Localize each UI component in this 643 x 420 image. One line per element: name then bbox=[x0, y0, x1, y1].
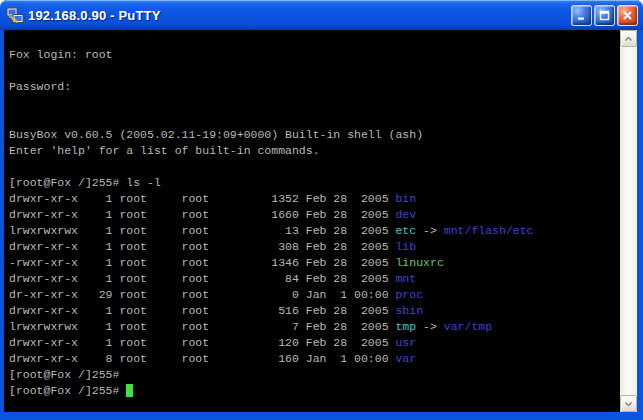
close-button[interactable] bbox=[617, 5, 638, 26]
terminal-line bbox=[9, 159, 620, 175]
putty-window: 192.168.0.90 - PuTTY Fox login: rootPas bbox=[0, 0, 643, 420]
window-title: 192.168.0.90 - PuTTY bbox=[28, 8, 571, 23]
terminal-line: drwxr-xr-x 1 root root 516 Feb 28 2005 s… bbox=[9, 303, 620, 319]
window-body: Fox login: rootPassword:BusyBox v0.60.5 … bbox=[0, 30, 643, 416]
terminal-screen[interactable]: Fox login: rootPassword:BusyBox v0.60.5 … bbox=[4, 30, 620, 412]
close-icon bbox=[622, 10, 633, 21]
vertical-scrollbar[interactable] bbox=[620, 30, 637, 412]
scroll-up-button[interactable] bbox=[620, 30, 637, 47]
terminal-line: [root@Fox /]255# bbox=[9, 367, 620, 383]
terminal-line bbox=[9, 111, 620, 127]
terminal-line: drwxr-xr-x 1 root root 1660 Feb 28 2005 … bbox=[9, 207, 620, 223]
terminal-line bbox=[9, 63, 620, 79]
terminal-line: drwxr-xr-x 1 root root 1352 Feb 28 2005 … bbox=[9, 191, 620, 207]
minimize-icon bbox=[576, 10, 587, 21]
window-controls bbox=[571, 5, 638, 26]
terminal-line: Fox login: root bbox=[9, 47, 620, 63]
maximize-button[interactable] bbox=[594, 5, 615, 26]
chevron-down-icon bbox=[624, 401, 633, 407]
terminal-line: lrwxrwxrwx 1 root root 13 Feb 28 2005 et… bbox=[9, 223, 620, 239]
putty-icon[interactable] bbox=[6, 7, 24, 24]
minimize-button[interactable] bbox=[571, 5, 592, 26]
terminal-line: [root@Fox /]255# ls -l bbox=[9, 175, 620, 191]
title-bar[interactable]: 192.168.0.90 - PuTTY bbox=[0, 0, 643, 30]
terminal-line: Enter 'help' for a list of built-in comm… bbox=[9, 143, 620, 159]
terminal-line: [root@Fox /]255# bbox=[9, 383, 620, 399]
terminal-line: drwxr-xr-x 8 root root 160 Jan 1 00:00 v… bbox=[9, 351, 620, 367]
terminal-line: lrwxrwxrwx 1 root root 7 Feb 28 2005 tmp… bbox=[9, 319, 620, 335]
terminal-line: Password: bbox=[9, 79, 620, 95]
chevron-up-icon bbox=[624, 36, 633, 42]
terminal-line: drwxr-xr-x 1 root root 120 Feb 28 2005 u… bbox=[9, 335, 620, 351]
terminal-line: drwxr-xr-x 1 root root 84 Feb 28 2005 mn… bbox=[9, 271, 620, 287]
terminal-line: -rwxr-xr-x 1 root root 1346 Feb 28 2005 … bbox=[9, 255, 620, 271]
scrollbar-track[interactable] bbox=[620, 47, 637, 395]
terminal-cursor bbox=[126, 384, 133, 397]
terminal-line: drwxr-xr-x 1 root root 308 Feb 28 2005 l… bbox=[9, 239, 620, 255]
terminal-line bbox=[9, 95, 620, 111]
terminal-line: dr-xr-xr-x 29 root root 0 Jan 1 00:00 pr… bbox=[9, 287, 620, 303]
terminal-line: BusyBox v0.60.5 (2005.02.11-19:09+0000) … bbox=[9, 127, 620, 143]
maximize-icon bbox=[599, 10, 610, 21]
scroll-down-button[interactable] bbox=[620, 395, 637, 412]
